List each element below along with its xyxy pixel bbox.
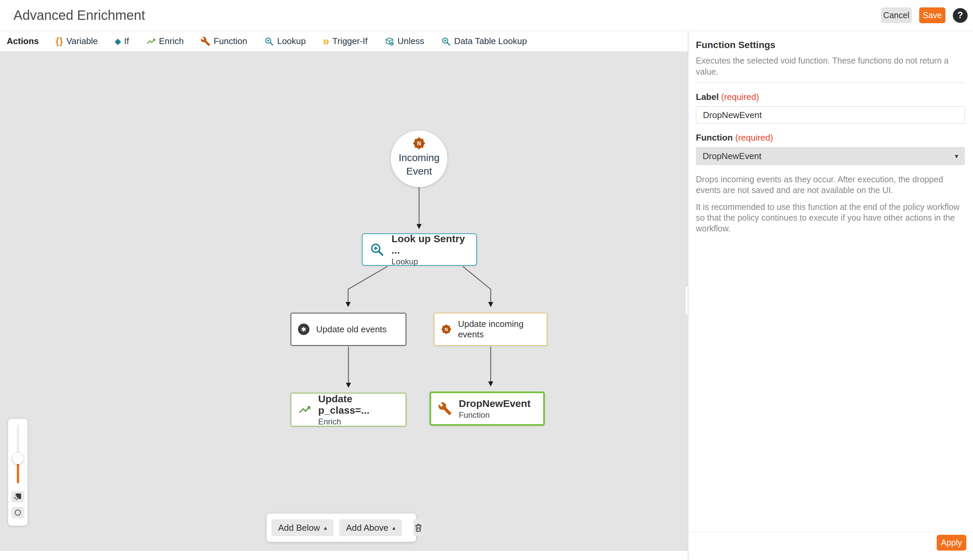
caret-up-icon: ▴: [324, 525, 327, 531]
node-action-bar: Add Below ▴ Add Above ▴: [267, 513, 416, 542]
toolbar-item-function[interactable]: Function: [200, 36, 247, 47]
function-select-value: DropNewEvent: [703, 151, 761, 162]
node-drop-new-event[interactable]: DropNewEvent Function: [430, 392, 545, 426]
function-field-label: Function (required): [696, 133, 965, 143]
svg-text:N: N: [445, 327, 448, 332]
function-settings-panel: Function Settings Executes the selected …: [688, 31, 973, 560]
panel-resize-handle[interactable]: [685, 286, 688, 315]
top-bar: Advanced Enrichment Cancel Save ?: [0, 0, 973, 31]
toolbar-item-trigger-if[interactable]: » Trigger-If: [323, 36, 368, 47]
trend-up-icon: [146, 36, 156, 47]
node-incoming-event[interactable]: N Incoming Event: [391, 130, 447, 187]
header-actions: Cancel Save ?: [881, 7, 968, 23]
actions-toolbar: Actions {} Variable ◆ If Enrich: [0, 31, 688, 52]
new-event-badge-icon: N: [441, 323, 452, 335]
trash-icon: [413, 523, 423, 533]
cube-x-icon: ×: [385, 36, 395, 47]
node-label: Incoming Event: [391, 151, 447, 178]
function-help-text: Drops incoming events as they occur. Aft…: [696, 174, 965, 195]
node-title: DropNewEvent: [459, 398, 530, 409]
panel-description: Executes the selected void function. The…: [696, 55, 965, 83]
panel-title: Function Settings: [696, 40, 965, 50]
asterisk-badge-icon: ✱: [298, 323, 310, 335]
trend-up-icon: [298, 403, 312, 417]
zoom-control: [8, 419, 28, 526]
search-plus-icon: [441, 36, 451, 47]
toolbar-item-if[interactable]: ◆ If: [115, 36, 129, 47]
new-event-badge-icon: N: [413, 137, 425, 149]
toolbar-item-label: Lookup: [277, 36, 306, 47]
panel-footer: Apply: [688, 532, 973, 560]
search-plus-icon: [369, 242, 385, 257]
required-indicator: (required): [721, 92, 759, 102]
toolbar-item-unless[interactable]: × Unless: [385, 36, 424, 47]
chevron-down-icon: ▾: [955, 152, 958, 160]
help-icon[interactable]: ?: [953, 8, 968, 23]
toolbar-item-label: Trigger-If: [332, 36, 368, 47]
node-title: Update p_class=...: [318, 393, 399, 416]
add-above-label: Add Above: [346, 523, 388, 533]
zoom-slider-handle[interactable]: [12, 453, 23, 464]
svg-text:N: N: [417, 141, 421, 146]
node-update-old-events[interactable]: ✱ Update old events: [291, 313, 406, 346]
required-indicator: (required): [735, 133, 773, 143]
save-button[interactable]: Save: [919, 7, 945, 23]
advanced-enrichment-app: Advanced Enrichment Cancel Save ? Action…: [0, 0, 973, 560]
svg-text:×: ×: [390, 42, 393, 46]
add-below-button[interactable]: Add Below ▴: [272, 519, 334, 536]
function-select[interactable]: DropNewEvent ▾: [696, 147, 965, 165]
apply-button[interactable]: Apply: [937, 535, 966, 551]
toolbar-item-label: Variable: [66, 36, 98, 47]
caret-up-icon: ▴: [393, 525, 395, 531]
workflow-connectors: [0, 52, 688, 551]
node-subtitle: Lookup: [392, 257, 470, 267]
add-below-label: Add Below: [278, 523, 320, 533]
wrench-icon: [438, 402, 452, 416]
toolbar-item-label: Function: [213, 36, 247, 47]
node-title: Update incoming events: [458, 319, 540, 340]
node-subtitle: Enrich: [318, 417, 399, 427]
node-update-p-class[interactable]: Update p_class=... Enrich: [291, 393, 406, 427]
toolbar-item-variable[interactable]: {} Variable: [55, 36, 98, 47]
label-field-label: Label (required): [696, 92, 965, 102]
delete-node-button[interactable]: [413, 519, 423, 536]
toolbar-item-enrich[interactable]: Enrich: [146, 36, 184, 47]
fit-view-button[interactable]: [12, 491, 24, 502]
toolbar-item-label: Unless: [398, 36, 424, 47]
search-plus-icon: [264, 36, 274, 47]
diamond-icon: ◆: [115, 36, 121, 46]
toolbar-item-label: If: [124, 36, 129, 47]
node-subtitle: Function: [459, 410, 530, 420]
toolbar-item-label: Data Table Lookup: [454, 36, 527, 47]
label-input[interactable]: [696, 106, 965, 124]
toolbar-item-lookup[interactable]: Lookup: [264, 36, 306, 47]
cancel-button[interactable]: Cancel: [881, 7, 912, 23]
circle-icon: [14, 508, 22, 517]
reset-view-button[interactable]: [12, 507, 24, 518]
toolbar-item-label: Enrich: [159, 36, 184, 47]
node-update-incoming-events[interactable]: N Update incoming events: [434, 313, 547, 346]
toolbar-item-data-table-lookup[interactable]: Data Table Lookup: [441, 36, 527, 47]
workflow-canvas[interactable]: N Incoming Event Look up Sentry ... Look…: [0, 52, 688, 551]
node-title: Update old events: [316, 324, 387, 335]
canvas-footer: [0, 551, 688, 560]
add-above-button[interactable]: Add Above ▴: [339, 519, 402, 536]
node-lookup-sentry[interactable]: Look up Sentry ... Lookup: [362, 233, 477, 266]
actions-label: Actions: [7, 36, 39, 47]
main-content: Actions {} Variable ◆ If Enrich: [0, 31, 973, 560]
page-title: Advanced Enrichment: [13, 8, 145, 23]
double-chevron-icon: »: [323, 37, 329, 46]
wrench-icon: [200, 36, 210, 47]
braces-icon: {}: [55, 36, 63, 47]
function-help-text: It is recommended to use this function a…: [696, 202, 965, 234]
fit-view-icon: [13, 492, 22, 501]
node-title: Look up Sentry ...: [392, 233, 470, 256]
workflow-area: Actions {} Variable ◆ If Enrich: [0, 31, 688, 560]
